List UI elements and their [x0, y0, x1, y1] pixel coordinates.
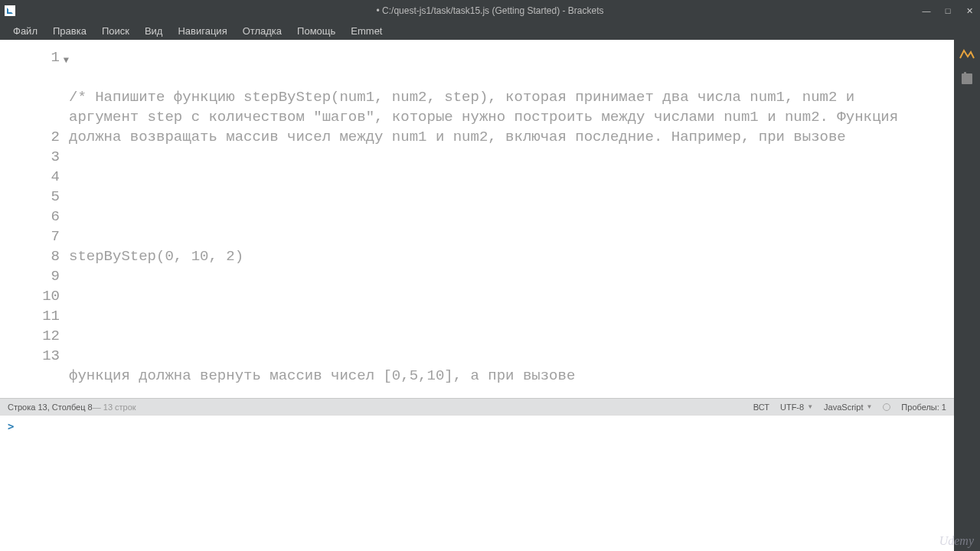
chevron-down-icon: ▼: [866, 403, 872, 410]
line-number: 13: [0, 346, 60, 366]
right-toolbar: [954, 40, 980, 551]
main-area: 1▼ 2 3 4 5 6 7 8 9 10 11 12 13 /* Напиши…: [0, 40, 980, 551]
code-editor[interactable]: 1▼ 2 3 4 5 6 7 8 9 10 11 12 13 /* Напиши…: [0, 40, 954, 398]
window-title: • C:/quest-js1/task/task15.js (Getting S…: [377, 5, 604, 16]
menu-help[interactable]: Помощь: [290, 23, 342, 39]
status-spaces[interactable]: Пробелы: 1: [901, 403, 946, 412]
code-line: stepByStep(0, 10, 2): [69, 246, 954, 266]
status-indicator-icon: [883, 403, 890, 411]
code-line: /* Напишите функцию stepByStep(num1, num…: [69, 87, 954, 147]
line-number: 3: [0, 147, 60, 167]
status-encoding[interactable]: UTF-8▼: [780, 403, 813, 412]
menubar: Файл Правка Поиск Вид Навигация Отладка …: [0, 21, 980, 40]
statusbar: Строка 13, Столбец 8 — 13 строк ВСТ UTF-…: [0, 398, 954, 415]
code-line: [69, 306, 954, 326]
line-number: 9: [0, 266, 60, 286]
watermark: Udemy: [939, 534, 974, 548]
line-number: 8: [0, 246, 60, 266]
minimize-button[interactable]: —: [916, 0, 937, 21]
extension-manager-icon[interactable]: [960, 72, 974, 86]
svg-rect-1: [964, 72, 966, 75]
code-area[interactable]: /* Напишите функцию stepByStep(num1, num…: [69, 40, 954, 398]
line-number: 1: [51, 49, 60, 66]
line-number: 10: [0, 286, 60, 306]
maximize-button[interactable]: □: [937, 0, 959, 21]
console-panel[interactable]: >: [0, 415, 954, 551]
line-number: 5: [0, 187, 60, 207]
live-preview-icon[interactable]: [959, 47, 975, 61]
menu-navigation[interactable]: Навигация: [171, 23, 234, 39]
line-number: 12: [0, 326, 60, 346]
menu-edit[interactable]: Правка: [46, 23, 93, 39]
console-prompt: >: [8, 420, 14, 432]
menu-search[interactable]: Поиск: [95, 23, 136, 39]
menu-debug[interactable]: Отладка: [236, 23, 289, 39]
line-number: 11: [0, 306, 60, 326]
fold-icon[interactable]: ▼: [64, 51, 69, 70]
line-number: 6: [0, 207, 60, 227]
line-number: 7: [0, 227, 60, 246]
menu-emmet[interactable]: Emmet: [344, 23, 389, 39]
line-number: 2: [0, 127, 60, 147]
status-insert[interactable]: ВСТ: [753, 403, 769, 412]
status-language[interactable]: JavaScript▼: [824, 403, 872, 412]
editor-wrap: 1▼ 2 3 4 5 6 7 8 9 10 11 12 13 /* Напиши…: [0, 40, 954, 551]
line-gutter: 1▼ 2 3 4 5 6 7 8 9 10 11 12 13: [0, 40, 69, 398]
menu-view[interactable]: Вид: [138, 23, 170, 39]
line-number: 4: [0, 167, 60, 187]
close-button[interactable]: ✕: [959, 0, 980, 21]
svg-rect-0: [962, 73, 972, 84]
titlebar: • C:/quest-js1/task/task15.js (Getting S…: [0, 0, 980, 21]
window-controls: — □ ✕: [916, 0, 980, 21]
status-position[interactable]: Строка 13, Столбец 8 — 13 строк: [8, 403, 136, 412]
code-line: функция должна вернуть массив чисел [0,5…: [69, 366, 954, 386]
chevron-down-icon: ▼: [807, 403, 813, 410]
code-line: [69, 187, 954, 207]
menu-file[interactable]: Файл: [6, 23, 44, 39]
app-logo: [5, 5, 15, 16]
